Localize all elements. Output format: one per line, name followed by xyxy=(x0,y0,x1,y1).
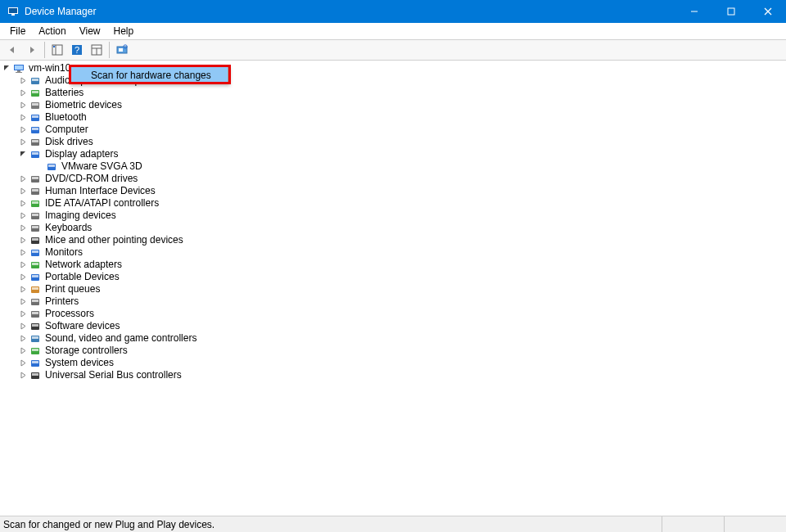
tree-device[interactable]: VMware SVGA 3D xyxy=(0,160,786,173)
device-category-icon xyxy=(29,259,42,272)
tree-category[interactable]: Imaging devices xyxy=(0,210,786,222)
expand-arrow-icon[interactable] xyxy=(18,211,28,221)
tree-category[interactable]: Batteries xyxy=(0,87,786,99)
properties-button[interactable] xyxy=(88,41,106,59)
expand-arrow-icon[interactable] xyxy=(18,248,28,258)
expand-arrow-icon[interactable] xyxy=(18,88,28,98)
tree-category[interactable]: Software devices xyxy=(0,320,786,332)
device-category-icon xyxy=(29,357,42,370)
app-icon xyxy=(7,5,20,18)
show-hide-button[interactable] xyxy=(48,41,66,59)
device-tree[interactable]: vm-win10Audio inputs and outputsBatterie… xyxy=(0,61,786,516)
toolbar: ? xyxy=(0,39,786,61)
menu-action[interactable]: Action xyxy=(32,24,72,38)
svg-rect-55 xyxy=(32,275,38,277)
toolbar-separator xyxy=(44,42,45,58)
status-cell xyxy=(662,516,724,532)
back-button[interactable] xyxy=(3,41,21,59)
minimize-button[interactable] xyxy=(675,0,712,23)
spacer xyxy=(34,162,44,172)
tree-category[interactable]: Universal Serial Bus controllers xyxy=(0,369,786,381)
expand-arrow-icon[interactable] xyxy=(2,64,11,74)
expand-arrow-icon[interactable] xyxy=(18,334,28,344)
expand-arrow-icon[interactable] xyxy=(18,309,28,319)
tree-category[interactable]: Monitors xyxy=(0,246,786,259)
tree-category[interactable]: Display adapters xyxy=(0,148,786,160)
device-category-icon xyxy=(29,99,42,112)
expand-arrow-icon[interactable] xyxy=(18,174,28,184)
expand-arrow-icon[interactable] xyxy=(18,358,28,368)
svg-rect-25 xyxy=(32,91,38,93)
expand-arrow-icon[interactable] xyxy=(18,260,28,270)
tree-category[interactable]: Print queues xyxy=(0,283,786,295)
svg-rect-67 xyxy=(32,349,38,351)
expand-arrow-icon[interactable] xyxy=(18,187,28,196)
tree-category-label: Universal Serial Bus controllers xyxy=(45,369,182,381)
device-category-icon xyxy=(29,111,42,124)
tree-category-label: Mice and other pointing devices xyxy=(45,234,183,246)
tree-category[interactable]: Keyboards xyxy=(0,222,786,234)
close-button[interactable] xyxy=(749,0,786,23)
tree-category-label: Disk drives xyxy=(45,136,93,148)
menu-view[interactable]: View xyxy=(73,24,107,38)
expand-arrow-icon[interactable] xyxy=(18,76,28,86)
device-category-icon xyxy=(29,173,42,186)
device-category-icon xyxy=(29,283,42,296)
svg-rect-53 xyxy=(32,263,38,265)
svg-rect-47 xyxy=(32,226,38,228)
tree-category[interactable]: Printers xyxy=(0,295,786,308)
expand-arrow-icon[interactable] xyxy=(18,371,28,381)
device-category-icon xyxy=(29,369,42,382)
expand-arrow-icon[interactable] xyxy=(18,297,28,307)
scan-hardware-button[interactable] xyxy=(113,41,131,59)
expand-arrow-icon[interactable] xyxy=(18,150,28,160)
menu-item-scan-hardware[interactable]: Scan for hardware changes xyxy=(70,67,228,83)
expand-arrow-icon[interactable] xyxy=(18,322,28,331)
tree-category[interactable]: Bluetooth xyxy=(0,111,786,124)
menu-help[interactable]: Help xyxy=(107,24,141,38)
tree-category[interactable]: Disk drives xyxy=(0,136,786,148)
maximize-button[interactable] xyxy=(712,0,749,23)
expand-arrow-icon[interactable] xyxy=(18,223,28,233)
titlebar: Device Manager xyxy=(0,0,786,23)
tree-category-label: DVD/CD-ROM drives xyxy=(45,173,138,185)
device-category-icon xyxy=(29,185,42,198)
tree-category-label: IDE ATA/ATAPI controllers xyxy=(45,197,159,210)
svg-rect-41 xyxy=(32,189,38,192)
tree-category[interactable]: Biometric devices xyxy=(0,99,786,111)
tree-category[interactable]: Human Interface Devices xyxy=(0,185,786,197)
svg-rect-61 xyxy=(32,312,38,314)
tree-category[interactable]: Mice and other pointing devices xyxy=(0,234,786,246)
expand-arrow-icon[interactable] xyxy=(18,113,28,123)
tree-category[interactable]: Processors xyxy=(0,308,786,320)
forward-button[interactable] xyxy=(23,41,41,59)
tree-category[interactable]: Network adapters xyxy=(0,259,786,271)
window-title: Device Manager xyxy=(25,6,675,17)
help-button[interactable]: ? xyxy=(68,41,86,59)
expand-arrow-icon[interactable] xyxy=(18,125,28,135)
svg-rect-31 xyxy=(32,128,38,130)
svg-rect-16 xyxy=(119,48,123,52)
device-category-icon xyxy=(29,197,42,210)
expand-arrow-icon[interactable] xyxy=(18,101,28,110)
tree-category[interactable]: Portable Devices xyxy=(0,271,786,283)
menu-file[interactable]: File xyxy=(3,24,32,38)
tree-category[interactable]: IDE ATA/ATAPI controllers xyxy=(0,197,786,210)
tree-category[interactable]: System devices xyxy=(0,357,786,369)
tree-category[interactable]: Computer xyxy=(0,124,786,136)
tree-category-label: Software devices xyxy=(45,320,120,332)
expand-arrow-icon[interactable] xyxy=(18,138,28,147)
expand-arrow-icon[interactable] xyxy=(18,346,28,356)
device-category-icon xyxy=(29,87,42,100)
expand-arrow-icon[interactable] xyxy=(18,199,28,209)
expand-arrow-icon[interactable] xyxy=(18,273,28,282)
tree-category[interactable]: Storage controllers xyxy=(0,345,786,357)
expand-arrow-icon[interactable] xyxy=(18,285,28,295)
tree-category-label: Keyboards xyxy=(45,222,92,234)
tree-category[interactable]: DVD/CD-ROM drives xyxy=(0,173,786,185)
svg-rect-63 xyxy=(32,324,38,327)
expand-arrow-icon[interactable] xyxy=(18,236,28,246)
tree-category[interactable]: Sound, video and game controllers xyxy=(0,332,786,345)
svg-rect-43 xyxy=(32,201,38,204)
device-category-icon xyxy=(29,222,42,235)
